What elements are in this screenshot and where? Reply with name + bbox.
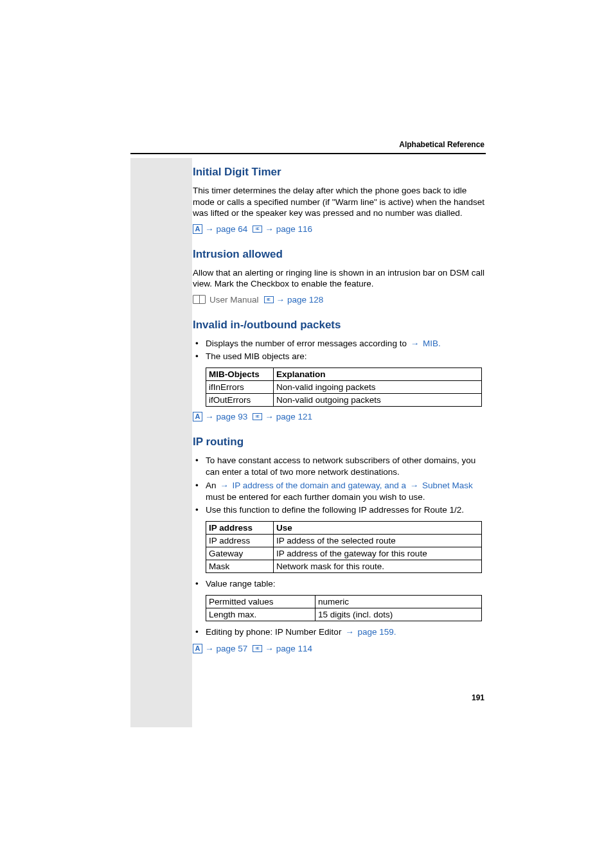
arrow-icon: → xyxy=(344,627,355,637)
table-cell: ifInErrors xyxy=(206,381,274,394)
link-page-57[interactable]: page 57 xyxy=(217,644,248,653)
list-item: The used MIB objects are: xyxy=(193,351,485,362)
sidebar-background xyxy=(130,158,192,727)
list-item: An → IP address of the domain and gatewa… xyxy=(193,480,485,503)
heading-ip-routing: IP routing xyxy=(193,436,485,448)
table-cell: IP address of the gateway for this route xyxy=(274,547,482,560)
list-item: To have constant access to network subsc… xyxy=(193,455,485,478)
arrow-icon: → xyxy=(204,412,215,421)
list-item: Use this function to define the followin… xyxy=(193,504,485,516)
table-mib-objects: MIB-Objects Explanation ifInErrors Non-v… xyxy=(206,368,482,407)
heading-initial-digit-timer: Initial Digit Timer xyxy=(193,166,485,179)
table-cell: IP address xyxy=(206,535,274,547)
link-ip-address[interactable]: IP address of the domain and gateway, an… xyxy=(233,481,409,490)
text: Displays the number of error messages ac… xyxy=(206,339,409,348)
web-icon: IE xyxy=(264,296,274,303)
para-initial-digit-timer: This timer determines the delay after wh… xyxy=(193,185,485,219)
arrow-icon: → xyxy=(263,224,275,234)
table-header: IP address xyxy=(206,522,274,535)
list-item: Value range table: xyxy=(193,578,485,590)
table-value-range: Permitted values numeric Length max. 15 … xyxy=(206,595,482,621)
list-item: Editing by phone: IP Number Editor → pag… xyxy=(193,626,485,638)
table-cell: ifOutErrors xyxy=(206,394,274,407)
web-icon: IE xyxy=(253,413,262,420)
table-cell: Gateway xyxy=(206,547,274,560)
table-ip-address: IP address Use IP address IP addess of t… xyxy=(206,521,482,573)
table-header: Use xyxy=(274,522,482,535)
arrow-icon: → xyxy=(204,224,215,234)
list-item: Displays the number of error messages ac… xyxy=(193,338,485,350)
table-cell: Mask xyxy=(206,560,274,573)
arrow-icon: → xyxy=(409,481,420,490)
arrow-icon: → xyxy=(204,644,215,653)
arrow-icon: → xyxy=(218,481,230,490)
link-subnet-mask[interactable]: Subnet Mask xyxy=(422,481,473,490)
table-cell: Network mask for this route. xyxy=(274,560,482,573)
link-page-159[interactable]: page 159. xyxy=(357,627,396,637)
table-cell: IP addess of the selected route xyxy=(274,535,482,547)
table-cell: Non-valid ingoing packets xyxy=(274,381,482,394)
arrow-icon: → xyxy=(409,339,421,348)
para-intrusion-allowed: Allow that an alerting or ringing line i… xyxy=(193,267,485,290)
link-page-121[interactable]: page 121 xyxy=(276,412,312,421)
arrow-icon: → xyxy=(263,412,275,421)
link-page-116[interactable]: page 116 xyxy=(276,224,312,234)
table-header: MIB-Objects xyxy=(206,368,274,381)
user-manual-label: User Manual xyxy=(207,295,259,305)
table-cell: 15 digits (incl. dots) xyxy=(315,608,482,621)
link-page-64[interactable]: page 64 xyxy=(217,224,248,234)
text: An xyxy=(206,481,218,490)
page-header: Alphabetical Reference xyxy=(399,140,484,149)
table-cell: Length max. xyxy=(206,608,315,621)
heading-intrusion-allowed: Intrusion allowed xyxy=(193,248,485,261)
heading-invalid-packets: Invalid in-/outbound packets xyxy=(193,319,485,332)
book-icon xyxy=(193,295,206,304)
table-cell: Non-valid outgoing packets xyxy=(274,394,482,407)
admin-icon: A xyxy=(193,224,202,234)
admin-icon: A xyxy=(193,412,202,421)
arrow-icon: → xyxy=(275,295,287,305)
page-number: 191 xyxy=(472,693,484,702)
text: must be entered for each further domain … xyxy=(206,492,425,502)
link-mib[interactable]: MIB. xyxy=(423,339,441,348)
arrow-icon: → xyxy=(263,644,275,653)
link-page-114[interactable]: page 114 xyxy=(276,644,312,653)
admin-icon: A xyxy=(193,644,202,653)
link-page-93[interactable]: page 93 xyxy=(217,412,248,421)
web-icon: IE xyxy=(253,645,262,652)
text: Editing by phone: IP Number Editor xyxy=(206,627,344,637)
table-cell: numeric xyxy=(315,596,482,608)
link-page-128[interactable]: page 128 xyxy=(287,295,323,305)
table-cell: Permitted values xyxy=(206,596,315,608)
web-icon: IE xyxy=(253,226,262,233)
table-header: Explanation xyxy=(274,368,482,381)
header-rule xyxy=(130,153,486,154)
